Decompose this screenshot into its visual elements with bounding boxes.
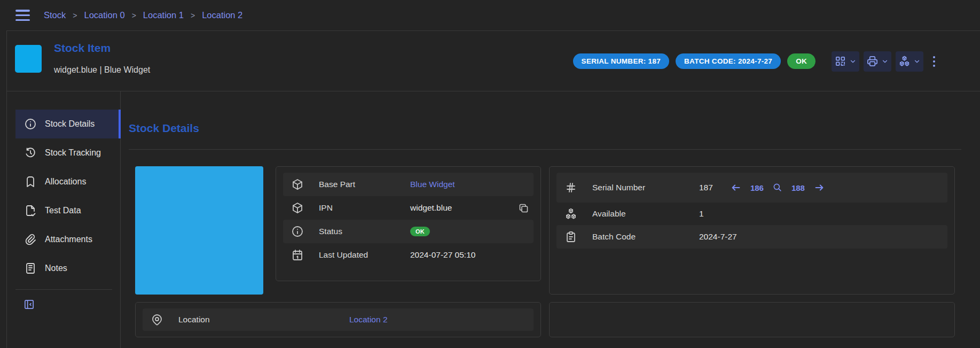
base-part-link[interactable]: Blue Widget [410,180,455,189]
sidebar-item-label: Attachments [45,235,92,244]
sidebar-item-test-data[interactable]: Test Data [15,196,121,225]
sidebar-item-label: Test Data [45,206,81,215]
printer-icon [866,55,879,67]
serial-number-badge: SERIAL NUMBER: 187 [573,53,669,69]
breadcrumb-location-0[interactable]: Location 0 [84,10,124,20]
paperclip-icon [24,233,37,246]
page-header: Stock Item widget.blue | Blue Widget SER… [7,31,980,91]
sidebar-item-label: Stock Tracking [45,148,101,158]
location-row: Location Location 2 [143,308,534,331]
map-pin-icon [151,313,163,326]
sidebar-item-attachments[interactable]: Attachments [15,225,121,254]
last-updated-value: 2024-07-27 05:10 [410,250,475,260]
sidebar-item-label: Stock Details [45,119,95,129]
breadcrumb-separator: > [132,11,136,20]
sidebar-item-notes[interactable]: Notes [15,254,121,283]
sidebar-item-stock-details[interactable]: Stock Details [15,110,121,138]
notes-icon [24,262,37,275]
breadcrumb-separator: > [191,11,195,20]
sidebar: Stock Details Stock Tracking Allocations… [7,91,121,348]
breadcrumb-location-2[interactable]: Location 2 [202,10,242,20]
sidebar-item-label: Notes [45,264,67,273]
left-column: Base Part Blue Widget IPN widget.blue [135,166,541,337]
sidebar-item-label: Allocations [45,177,86,187]
status-ok-pill: OK [410,227,430,236]
copy-icon [518,203,529,214]
page-container: Stock Item widget.blue | Blue Widget SER… [6,30,980,348]
status-ok-badge: OK [787,53,816,69]
chevron-down-icon [881,58,889,65]
sidebar-divider [15,289,112,290]
panel-heading: Stock Details [129,122,961,135]
hamburger-menu-icon[interactable] [15,10,30,21]
bookmark-icon [24,175,37,188]
more-actions-menu-icon[interactable] [933,56,935,67]
part-details-card: Base Part Blue Widget IPN widget.blue [276,166,541,281]
serial-navigation: 186 188 [730,182,825,194]
batch-code-value: 2024-7-27 [699,232,737,242]
main-panel: Stock Details Base Part Blue Widget [121,91,980,348]
page-subtitle: widget.blue | Blue Widget [54,65,150,75]
info-circle-icon [291,225,304,238]
heading-divider [129,149,961,150]
row-label: Location [178,315,349,324]
row-label: Serial Number [592,183,699,192]
next-serial-link[interactable]: 188 [791,183,805,192]
breadcrumb-stock[interactable]: Stock [44,10,66,20]
packages-icon [565,207,577,220]
copy-button[interactable] [518,203,529,214]
search-icon[interactable] [772,182,783,193]
empty-card [549,302,955,337]
serial-number-row: Serial Number 187 186 188 [556,173,947,203]
chevron-down-icon [913,58,921,65]
arrow-right-icon[interactable] [813,182,825,194]
stock-actions-button[interactable] [896,51,923,72]
batch-code-badge: BATCH CODE: 2024-7-27 [676,53,781,69]
history-icon [24,146,37,159]
breadcrumb-location-1[interactable]: Location 1 [143,10,184,20]
row-label: Available [592,209,699,219]
arrow-left-icon[interactable] [730,182,742,194]
ipn-row: IPN widget.blue [283,196,534,220]
clipboard-icon [565,230,577,243]
breadcrumb-separator: > [73,11,77,20]
row-label: Batch Code [592,232,699,242]
stock-item-thumbnail[interactable] [15,45,42,73]
status-row: Status OK [283,220,534,243]
row-label: Status [319,227,410,236]
stock-details-card: Serial Number 187 186 188 Available [549,166,955,295]
ipn-value: widget.blue [410,203,452,213]
sidebar-item-stock-tracking[interactable]: Stock Tracking [15,138,121,167]
breadcrumb: Stock > Location 0 > Location 1 > Locati… [44,10,242,20]
location-card: Location Location 2 [135,302,541,337]
right-column: Serial Number 187 186 188 Available [549,166,955,337]
row-label: Last Updated [319,250,410,260]
sidebar-collapse-button[interactable] [23,298,35,311]
box-icon [291,178,304,191]
row-label: Base Part [319,180,410,189]
serial-number-value: 187 [699,183,713,192]
page-title: Stock Item [54,42,111,55]
row-label: IPN [319,203,410,213]
packages-icon [898,55,911,67]
calendar-icon [291,249,304,261]
batch-code-row: Batch Code 2024-7-27 [556,225,947,249]
sidebar-collapse-icon [23,298,35,311]
base-part-row: Base Part Blue Widget [283,173,534,196]
last-updated-row: Last Updated 2024-07-27 05:10 [283,243,534,267]
info-circle-icon [24,118,37,130]
hash-icon [565,181,577,194]
file-check-icon [24,204,37,217]
chevron-down-icon [849,58,857,65]
box-icon [291,202,304,214]
previous-serial-link[interactable]: 186 [750,183,764,192]
qr-code-icon [834,55,846,67]
barcode-actions-button[interactable] [832,51,859,72]
available-value: 1 [699,209,704,219]
stock-item-image[interactable] [135,166,263,295]
sidebar-item-allocations[interactable]: Allocations [15,167,121,196]
top-navigation-bar: Stock > Location 0 > Location 1 > Locati… [0,0,980,30]
available-row: Available 1 [556,203,947,225]
location-link[interactable]: Location 2 [349,315,388,324]
print-actions-button[interactable] [864,51,891,72]
